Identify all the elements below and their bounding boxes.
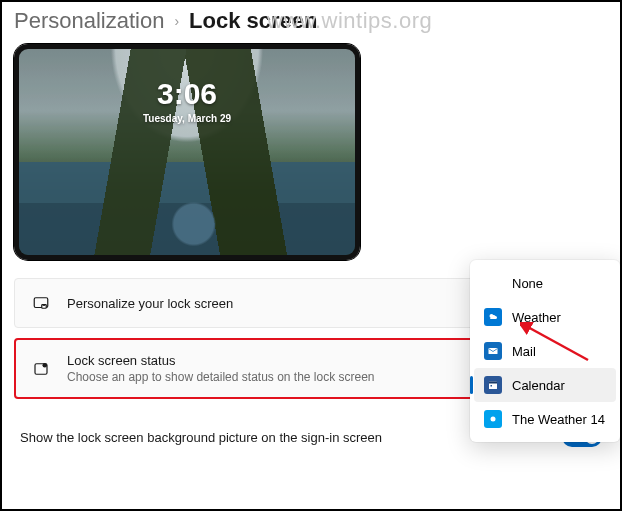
svg-point-9 — [491, 417, 496, 422]
status-icon — [31, 359, 51, 379]
flyout-item-weather[interactable]: Weather — [474, 300, 616, 334]
page-title: Lock screen — [189, 8, 317, 34]
row-personalize-title: Personalize your lock screen — [67, 296, 233, 311]
flyout-label: The Weather 14 day — [512, 412, 606, 427]
flyout-label: None — [512, 276, 543, 291]
weather14-icon — [484, 410, 502, 428]
svg-rect-8 — [491, 385, 493, 387]
svg-rect-5 — [489, 348, 498, 354]
svg-rect-7 — [489, 382, 497, 384]
picture-icon — [31, 293, 51, 313]
preview-date: Tuesday, March 29 — [19, 113, 355, 124]
flyout-item-weather14[interactable]: The Weather 14 day — [474, 402, 616, 436]
calendar-icon — [484, 376, 502, 394]
flyout-label: Weather — [512, 310, 561, 325]
flyout-label: Calendar — [512, 378, 565, 393]
toggle-label: Show the lock screen background picture … — [20, 430, 382, 445]
mail-icon — [484, 342, 502, 360]
weather-icon — [484, 308, 502, 326]
flyout-label: Mail — [512, 344, 536, 359]
preview-time: 3:06 — [19, 77, 355, 111]
flyout-item-calendar[interactable]: Calendar — [474, 368, 616, 402]
flyout-item-mail[interactable]: Mail — [474, 334, 616, 368]
lock-screen-preview[interactable]: 3:06 Tuesday, March 29 — [14, 44, 360, 260]
chevron-right-icon: › — [174, 13, 179, 29]
status-app-flyout: None Weather Mail Calendar The Weather 1… — [470, 260, 620, 442]
row-status-subtitle: Choose an app to show detailed status on… — [67, 370, 375, 384]
breadcrumb: Personalization › Lock screen — [14, 8, 608, 34]
preview-clock: 3:06 Tuesday, March 29 — [19, 77, 355, 124]
row-status-title: Lock screen status — [67, 353, 375, 368]
svg-point-3 — [43, 363, 48, 368]
flyout-item-none[interactable]: None — [474, 266, 616, 300]
breadcrumb-parent[interactable]: Personalization — [14, 8, 164, 34]
none-icon — [484, 274, 502, 292]
